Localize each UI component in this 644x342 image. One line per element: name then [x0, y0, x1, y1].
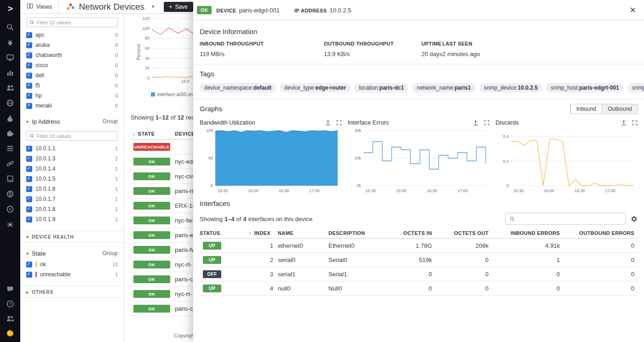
chevron-down-icon[interactable]: ▾ [152, 4, 155, 10]
toggle-option[interactable]: Outbound [602, 104, 638, 114]
checkbox-checked[interactable] [26, 83, 32, 89]
people-icon[interactable] [6, 314, 14, 323]
checkbox-checked[interactable] [26, 103, 32, 109]
disc-icon[interactable] [6, 205, 14, 213]
display-icon[interactable] [6, 53, 14, 62]
puzzle-icon[interactable] [6, 129, 14, 137]
gear-icon[interactable] [630, 215, 638, 223]
list-icon[interactable] [6, 144, 14, 153]
facet-count: 1 [115, 217, 118, 222]
facet-row[interactable]: 10.0.1.6 1 [20, 184, 124, 194]
state-column-header[interactable]: ↓ State [131, 131, 175, 137]
views-button[interactable]: Views [20, 0, 59, 13]
facet-row[interactable]: 10.0.1.4 1 [20, 164, 124, 174]
facet-row[interactable]: 10.0.1.1 1 [20, 143, 124, 154]
checkbox-checked[interactable] [26, 206, 32, 212]
export-icon[interactable] [325, 120, 331, 126]
interface-search[interactable] [505, 213, 626, 225]
checkbox-checked[interactable] [26, 186, 32, 192]
users-icon[interactable] [6, 84, 14, 92]
facet-row[interactable]: 10.0.1.3 1 [20, 154, 124, 164]
device-information-title: Device Information [200, 28, 638, 35]
checkbox-checked[interactable] [26, 262, 32, 268]
flame-icon[interactable] [6, 114, 14, 122]
checkbox-checked[interactable] [26, 63, 32, 68]
chat-icon[interactable] [6, 285, 14, 293]
others-collapsible[interactable]: ▸ Others [20, 286, 124, 298]
checkbox-checked[interactable] [26, 93, 32, 99]
export-icon[interactable] [472, 120, 479, 126]
link-icon[interactable] [6, 160, 14, 168]
interface-row[interactable]: OFF 3 serial1 Serial1 0 0 0 0 [200, 267, 638, 281]
checkbox-checked[interactable] [26, 166, 32, 172]
vendor-filter-search[interactable] [26, 17, 118, 27]
outbound-errors-column-header[interactable]: Outbound Errors [560, 230, 638, 236]
ip-filter-search[interactable] [26, 131, 118, 141]
vendor-filter-input[interactable] [37, 20, 115, 25]
checkbox-checked[interactable] [26, 42, 32, 48]
facet-row[interactable]: 10.0.1.9 1 [20, 214, 124, 224]
inbound-errors-column-header[interactable]: Inbound Errors [489, 230, 560, 236]
spider-icon[interactable] [6, 220, 14, 228]
checkbox-checked[interactable] [26, 272, 32, 278]
checkbox-checked[interactable] [26, 196, 32, 202]
index-column-header[interactable]: ↑ Index [248, 230, 273, 236]
globe-icon[interactable] [6, 99, 14, 107]
description-column-header[interactable]: Description [324, 230, 386, 236]
facet-row[interactable]: 10.0.1.5 1 [20, 174, 124, 184]
app-logo[interactable]: > [7, 4, 12, 14]
device-health-collapsible[interactable]: ▾ Device Health [20, 231, 124, 243]
firefox-icon[interactable] [6, 329, 14, 337]
help-icon[interactable]: ? [6, 300, 14, 308]
book-icon[interactable] [6, 175, 14, 183]
interface-row[interactable]: UP 4 null0 Null0 0 0 0 0 [200, 281, 638, 296]
checkbox-checked[interactable] [26, 176, 32, 182]
state-facet-row[interactable]: ok 11 [20, 259, 124, 269]
chevron-down-icon[interactable]: ▾ [26, 251, 29, 256]
interface-row[interactable]: UP 1 ethernet0 Ethernet0 1.78G 208k 4.91… [200, 239, 638, 253]
expand-icon[interactable] [483, 120, 490, 126]
facet-row[interactable]: aruba 0 [20, 40, 124, 50]
interface-status-badge: UP [203, 242, 221, 250]
tag-chip-list: device_namespace:default device_type:edg… [200, 83, 644, 92]
facet-row[interactable]: hp 0 [20, 91, 124, 101]
group-link[interactable]: Group [103, 118, 118, 125]
checkbox-checked[interactable] [26, 146, 32, 152]
chevron-down-icon[interactable]: ▾ [26, 119, 29, 124]
state-facet-row[interactable]: unreachable 1 [20, 269, 124, 279]
checkbox-checked[interactable] [26, 73, 32, 79]
name-column-header[interactable]: Name [273, 230, 324, 236]
export-icon[interactable] [621, 120, 627, 126]
facet-row[interactable]: cisco 0 [20, 60, 124, 70]
checkbox-checked[interactable] [26, 32, 32, 38]
checkbox-checked[interactable] [26, 217, 32, 222]
ip-filter-input[interactable] [37, 133, 115, 139]
close-button[interactable]: × [630, 5, 636, 15]
facet-row[interactable]: 10.0.1.8 1 [20, 204, 124, 214]
expand-icon[interactable] [632, 120, 638, 126]
ball-icon[interactable] [6, 190, 14, 198]
group-link[interactable]: Group [103, 250, 118, 256]
interface-description: Null0 [324, 285, 386, 292]
save-button[interactable]: + Save [164, 2, 193, 12]
facet-row[interactable]: meraki 0 [20, 101, 124, 111]
interface-search-input[interactable] [518, 216, 621, 222]
bar-chart-icon[interactable] [6, 68, 14, 77]
octets-out-column-header[interactable]: Octets Out [432, 230, 489, 236]
checkbox-checked[interactable] [26, 156, 32, 162]
octets-in-column-header[interactable]: Octets In [386, 230, 432, 236]
bug-icon[interactable] [6, 38, 14, 46]
facet-row[interactable]: apc 0 [20, 30, 124, 40]
search-icon[interactable] [6, 23, 14, 31]
facet-row[interactable]: dell 0 [20, 70, 124, 80]
toggle-option[interactable]: Inbound [570, 104, 602, 114]
interface-row[interactable]: UP 2 serial0 Serial0 519k 0 1 0 [200, 253, 638, 267]
facet-row[interactable]: chatsworth 0 [20, 50, 124, 60]
facet-row[interactable]: 10.0.1.7 1 [20, 194, 124, 204]
checkbox-checked[interactable] [26, 52, 32, 58]
facet-row[interactable]: f5 0 [20, 80, 124, 91]
interface-status-badge: OFF [203, 270, 221, 278]
status-column-header[interactable]: Status [200, 230, 248, 236]
expand-icon[interactable] [336, 120, 342, 126]
chart-legend[interactable]: interface:at3/0,sn [151, 92, 193, 97]
